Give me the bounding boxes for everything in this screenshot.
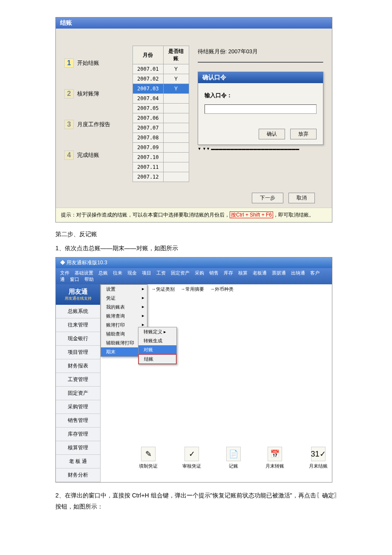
password-input[interactable] xyxy=(205,104,317,114)
submenu-item-reconcile[interactable]: 对账 xyxy=(138,345,176,354)
submenu-item[interactable]: 转账生成 xyxy=(138,336,176,345)
sidebar-item[interactable]: 项目管理 xyxy=(56,346,100,359)
cancel-button[interactable]: 取消 xyxy=(288,193,315,203)
instruction-sub2: 2、在弹出的窗口中，直接按 Ctrl+H 组合键，弹出一个提示"恢复记账前状态功… xyxy=(55,490,341,512)
step-start[interactable]: 1开始结账 xyxy=(64,58,124,68)
dialog-title: 结账 xyxy=(56,17,332,29)
sidebar: 用友通 用友通在线支持 总账系统 往来管理 现金银行 项目管理 财务报表 工资管… xyxy=(56,284,101,482)
close-accounts-dialog: 结账 1开始结账 2核对账簿 3月度工作报告 4完成结账 月份是否结账 2007… xyxy=(55,17,332,223)
app-window: ◆ 用友通标准版10.3 文件基础设置总账往来现金项目工资固定资产采购销售库存核… xyxy=(55,257,332,483)
menu-item[interactable]: 设置▸ xyxy=(101,285,147,294)
sidebar-item[interactable]: 现金银行 xyxy=(56,332,100,346)
table-row: 2007.07 xyxy=(133,123,189,133)
sidebar-item[interactable]: 核算管理 xyxy=(56,441,100,455)
secondary-toolbar: 目→凭证类别→常用摘要→外币种类 xyxy=(141,286,233,292)
menu-bar[interactable]: 文件基础设置总账往来现金项目工资固定资产采购销售库存核算老板通票据通出纳通客户通… xyxy=(56,268,332,284)
sidebar-item[interactable]: 销售管理 xyxy=(56,414,100,428)
workflow-audit[interactable]: ✓审核凭证 xyxy=(182,447,201,469)
table-row: 2007.04 xyxy=(133,94,189,104)
workflow-post[interactable]: 📄记账 xyxy=(226,447,241,469)
pending-month-label: 待结账月份: 2007年03月 xyxy=(198,48,323,55)
abandon-button[interactable]: 放弃 xyxy=(290,129,317,139)
wizard-steps: 1开始结账 2核对账簿 3月度工作报告 4完成结账 xyxy=(64,46,124,182)
table-row: 2007.01Y xyxy=(133,64,189,74)
table-row: 2007.02Y xyxy=(133,74,189,84)
password-label: 输入口令： xyxy=(205,92,317,99)
sidebar-item[interactable]: 库存管理 xyxy=(56,428,100,441)
table-row: 2007.08 xyxy=(133,133,189,143)
menu-item[interactable]: 账簿查询▸ xyxy=(101,312,147,321)
workflow-close[interactable]: 31✓月末结账 xyxy=(309,447,328,469)
table-row: 2007.03Y xyxy=(133,84,189,94)
table-row: 2007.11 xyxy=(133,162,189,172)
table-row: 2007.05 xyxy=(133,104,189,113)
table-row: 2007.12 xyxy=(133,172,189,182)
password-dialog: 确认口令 输入口令： 确认 放弃 xyxy=(198,72,323,145)
brand-panel: 用友通 用友通在线支持 xyxy=(56,284,100,305)
hint-bar: 提示：对于误操作造成的结账，可以在本窗口中选择要取消结账的月份后，按Ctrl +… xyxy=(56,208,332,222)
sidebar-item[interactable]: 固定资产 xyxy=(56,387,100,400)
sidebar-item[interactable]: 往来管理 xyxy=(56,318,100,332)
password-title: 确认口令 xyxy=(198,72,323,83)
submenu[interactable]: 转账定义 ▸ 转账生成 对账 结账 xyxy=(138,327,177,364)
workflow-transfer[interactable]: 📅月末转账 xyxy=(265,447,284,469)
garbled-text: ▼ ▼▼ ▬▬▬▬▬▬▬▬▬▬▬▬▬▬▬▬▬▬▬▬▬▬▬ xyxy=(198,147,323,151)
instruction-step2: 第二步、反记账 xyxy=(55,229,341,240)
month-table[interactable]: 月份是否结账 2007.01Y 2007.02Y 2007.03Y 2007.0… xyxy=(133,46,189,182)
submenu-item-close[interactable]: 结账 xyxy=(138,354,176,364)
sidebar-item[interactable]: 财务分析 xyxy=(56,468,100,482)
workflow-create[interactable]: ✎填制凭证 xyxy=(139,447,158,469)
table-row: 2007.06 xyxy=(133,113,189,123)
menu-item[interactable]: 凭证▸ xyxy=(101,294,147,303)
table-row: 2007.09 xyxy=(133,143,189,153)
confirm-button[interactable]: 确认 xyxy=(259,129,285,139)
sidebar-item[interactable]: 采购管理 xyxy=(56,400,100,414)
step-report[interactable]: 3月度工作报告 xyxy=(64,120,124,129)
workflow-icons: ✎填制凭证 ✓审核凭证 📄记账 📅月末转账 31✓月末结账 xyxy=(139,447,328,469)
instruction-sub1: 1、依次点击总账——期末——对账，如图所示 xyxy=(55,243,341,254)
sidebar-item[interactable]: 财务报表 xyxy=(56,359,100,373)
next-button[interactable]: 下一步 xyxy=(252,193,283,203)
sidebar-item[interactable]: 老 板 通 xyxy=(56,455,100,468)
menu-item[interactable]: 我的账表▸ xyxy=(101,303,147,312)
submenu-item[interactable]: 转账定义 ▸ xyxy=(138,327,176,336)
step-complete[interactable]: 4完成结账 xyxy=(64,150,124,160)
sidebar-item[interactable]: 总账系统 xyxy=(56,305,100,318)
app-title: ◆ 用友通标准版10.3 xyxy=(56,257,332,268)
step-verify[interactable]: 2核对账簿 xyxy=(64,89,124,98)
table-row: 2007.10 xyxy=(133,153,189,162)
sidebar-item[interactable]: 工资管理 xyxy=(56,373,100,387)
